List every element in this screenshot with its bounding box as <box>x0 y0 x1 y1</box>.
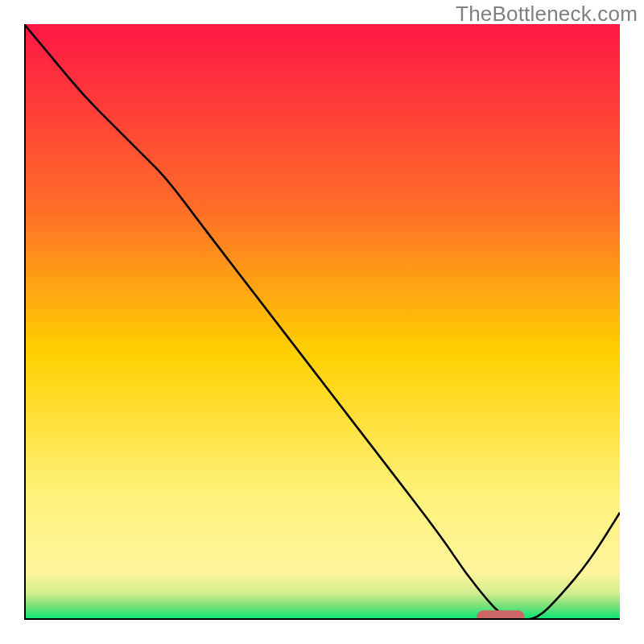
chart-container: TheBottleneck.com <box>0 0 644 644</box>
gradient-background <box>24 24 620 620</box>
bottleneck-chart <box>24 24 620 620</box>
watermark-text: TheBottleneck.com <box>456 2 638 27</box>
plot-area <box>24 24 620 620</box>
